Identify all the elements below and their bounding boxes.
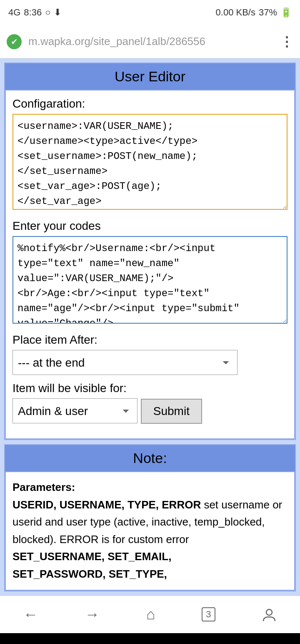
home-button[interactable]: ⌂ <box>146 606 155 623</box>
status-right: 0.00 KB/s 37% 🔋 <box>216 7 292 18</box>
back-button[interactable]: ← <box>23 606 38 623</box>
visible-select[interactable]: Admin & user Admin only User only All vi… <box>12 398 138 423</box>
android-nav-bar: ☰ <box>0 633 300 644</box>
submit-button[interactable]: Submit <box>141 399 202 424</box>
main-content: User Editor Configaration: <username>:VA… <box>0 58 300 596</box>
browser-bar: ✔ m.wapka.org/site_panel/1alb/286556 ⋮ <box>0 25 300 58</box>
url-bar[interactable]: m.wapka.org/site_panel/1alb/286556 <box>28 35 273 48</box>
download-icon: ⬇ <box>54 7 61 18</box>
configuration-label: Configaration: <box>12 97 288 111</box>
browser-menu-icon[interactable]: ⋮ <box>280 34 293 50</box>
codes-textarea[interactable]: %notify%<br/>Username:<br/><input type="… <box>12 236 288 324</box>
browser-nav-bar: ← → ⌂ 3 <box>0 596 300 633</box>
user-editor-panel: User Editor Configaration: <username>:VA… <box>4 63 296 440</box>
note-title: Note: <box>5 445 295 471</box>
account-button[interactable] <box>262 607 277 622</box>
tabs-button[interactable]: 3 <box>202 607 215 621</box>
notification-icon: ○ <box>45 7 50 18</box>
battery-percent: 37% <box>259 7 277 18</box>
battery-icon: 🔋 <box>280 7 292 18</box>
visible-label: Item will be visible for: <box>12 382 288 395</box>
panel-body: Configaration: <username>:VAR(USER_NAME)… <box>5 90 295 439</box>
forward-button[interactable]: → <box>85 606 100 623</box>
status-bar: 4G 8:36 ○ ⬇ 0.00 KB/s 37% 🔋 <box>0 0 300 25</box>
signal-icon: 4G <box>8 7 20 18</box>
url-path: /site_panel/1alb/286556 <box>90 35 205 48</box>
note-set-params: SET_USERNAME, SET_EMAIL,SET_PASSWORD, SE… <box>12 550 171 580</box>
svg-point-0 <box>266 609 272 615</box>
data-speed: 0.00 KB/s <box>216 7 255 18</box>
place-label: Place item After: <box>12 333 288 347</box>
note-panel: Note: Parameters: USERID, USERNAME, TYPE… <box>4 444 296 591</box>
time-display: 8:36 <box>24 7 42 18</box>
tabs-count-badge: 3 <box>202 607 215 621</box>
account-icon <box>262 607 277 622</box>
panel-title: User Editor <box>5 63 295 90</box>
note-params-header: Parameters: <box>12 481 75 493</box>
codes-label: Enter your codes <box>12 219 288 233</box>
note-body: Parameters: USERID, USERNAME, TYPE, ERRO… <box>5 471 295 591</box>
url-main: m.wapka.org <box>28 35 90 48</box>
place-select[interactable]: --- at the end --- at the beginning <box>12 350 238 375</box>
configuration-textarea[interactable]: <username>:VAR(USER_NAME); </username><t… <box>12 114 288 210</box>
security-shield-icon: ✔ <box>7 34 22 49</box>
note-params-list: USERID, USERNAME, TYPE, ERROR <box>12 498 201 511</box>
status-left: 4G 8:36 ○ ⬇ <box>8 7 61 18</box>
